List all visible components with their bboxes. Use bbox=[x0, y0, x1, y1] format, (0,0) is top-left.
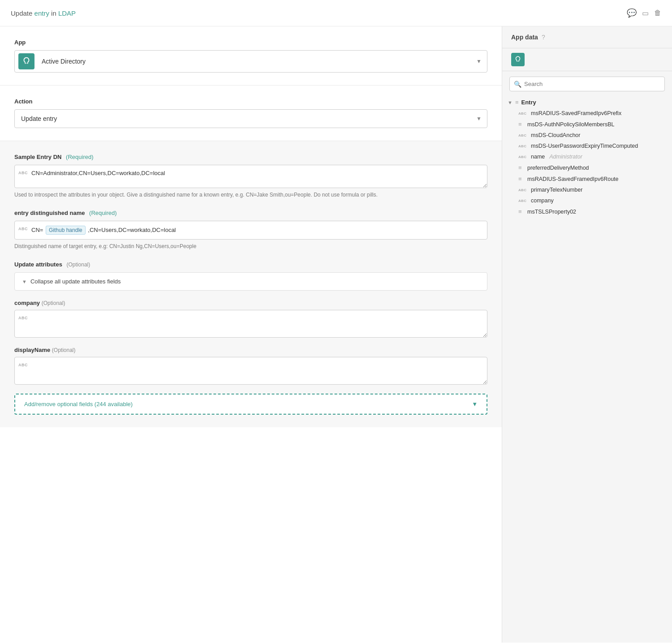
type-badge-lines: ≡ bbox=[518, 121, 525, 128]
main-content: App Active Directory ▼ Action Update ent… bbox=[0, 26, 672, 643]
github-handle-pill[interactable]: Github handle bbox=[46, 226, 86, 235]
item-name: name bbox=[531, 154, 545, 160]
add-fields-chevron: ▼ bbox=[472, 401, 478, 407]
company-field: company (Optional) ABC bbox=[14, 300, 487, 338]
app-select[interactable]: Active Directory bbox=[38, 53, 476, 69]
display-name-input[interactable] bbox=[31, 357, 487, 384]
type-badge: ABC bbox=[518, 133, 528, 137]
sample-entry-dn-input-wrapper: ABC CN=Administrator,CN=Users,DC=workato… bbox=[14, 165, 487, 188]
item-name: primaryTelexNumber bbox=[531, 187, 582, 193]
copy-icon[interactable]: ▭ bbox=[642, 9, 649, 17]
type-badge-lines: ≡ bbox=[518, 208, 525, 215]
app-select-wrapper: Active Directory ▼ bbox=[14, 50, 487, 73]
type-badge: ABC bbox=[518, 199, 528, 203]
entry-dn-value[interactable]: CN= Github handle ,CN=Users,DC=workato,D… bbox=[31, 221, 487, 239]
search-box: 🔍 bbox=[509, 77, 665, 91]
title-prefix: Update bbox=[11, 9, 34, 17]
comment-icon[interactable]: 💬 bbox=[627, 8, 637, 18]
lines-icon-root: ≡ bbox=[515, 99, 519, 106]
data-tree: ▼ ≡ Entry ABC msRADIUS-SavedFramedIpv6Pr… bbox=[502, 97, 672, 223]
type-badge: ABC bbox=[518, 144, 528, 148]
mini-app-icon bbox=[511, 53, 525, 66]
expand-icon[interactable]: ▼ bbox=[508, 100, 513, 105]
abc-badge-display-name: ABC bbox=[15, 358, 31, 372]
search-icon: 🔍 bbox=[514, 81, 521, 88]
item-name: msRADIUS-SavedFramedIpv6Prefix bbox=[531, 110, 621, 116]
entry-tree-root: ▼ ≡ Entry bbox=[508, 97, 667, 108]
item-name: company bbox=[531, 197, 554, 204]
list-item[interactable]: ≡ msTSLSProperty02 bbox=[517, 206, 667, 217]
entry-label: Entry bbox=[521, 99, 536, 106]
add-remove-fields-button[interactable]: Add/remove optional fields (244 availabl… bbox=[14, 394, 487, 415]
sample-entry-dn-hint: Used to introspect the attributes in you… bbox=[14, 191, 487, 199]
tree-children: ABC msRADIUS-SavedFramedIpv6Prefix ≡ msD… bbox=[508, 108, 667, 217]
sample-entry-dn-label: Sample Entry DN (Required) bbox=[14, 154, 487, 160]
sample-entry-dn-input[interactable]: CN=Administrator,CN=Users,DC=workato,DC=… bbox=[31, 165, 487, 188]
company-field-label: company (Optional) bbox=[14, 300, 487, 306]
mini-active-directory-icon bbox=[514, 56, 522, 64]
config-section: Sample Entry DN (Required) ABC CN=Admini… bbox=[0, 141, 502, 427]
info-icon[interactable]: ? bbox=[542, 34, 545, 41]
page-title: Update entry in LDAP bbox=[11, 9, 76, 17]
abc-badge-company: ABC bbox=[15, 311, 31, 325]
delete-icon[interactable]: 🗑 bbox=[654, 9, 661, 17]
company-input[interactable] bbox=[31, 310, 487, 337]
update-attributes-label: Update attributes (Optional) bbox=[14, 261, 487, 268]
list-item[interactable]: ABC msDS-UserPasswordExpiryTimeComputed bbox=[517, 141, 667, 151]
title-ldap[interactable]: LDAP bbox=[58, 9, 76, 17]
left-panel: App Active Directory ▼ Action Update ent… bbox=[0, 26, 502, 643]
list-item[interactable]: ≡ msRADIUS-SavedFramedIpv6Route bbox=[517, 173, 667, 184]
app-section: App Active Directory ▼ bbox=[0, 26, 502, 86]
entry-dn-field: entry distinguished name (Required) ABC … bbox=[14, 210, 487, 250]
entry-dn-input-wrapper: ABC CN= Github handle ,CN=Users,DC=worka… bbox=[14, 221, 487, 240]
type-badge-lines: ≡ bbox=[518, 164, 525, 171]
app-data-icon-row bbox=[502, 48, 672, 71]
type-badge: ABC bbox=[518, 111, 528, 116]
right-panel: App data ? 🔍 ▼ ≡ Entry ABC m bbox=[502, 26, 672, 643]
item-value: Administrator bbox=[549, 154, 582, 160]
item-name: msTSLSProperty02 bbox=[527, 209, 576, 215]
list-item[interactable]: ABC company bbox=[517, 195, 667, 206]
collapse-chevron-icon: ▼ bbox=[22, 279, 27, 284]
list-item[interactable]: ABC msDS-CloudAnchor bbox=[517, 130, 667, 141]
item-name: msDS-CloudAnchor bbox=[531, 132, 580, 138]
app-label: App bbox=[14, 39, 487, 46]
abc-badge-entry-dn: ABC bbox=[15, 222, 31, 236]
list-item[interactable]: ABC msRADIUS-SavedFramedIpv6Prefix bbox=[517, 108, 667, 119]
top-bar-actions: 💬 ▭ 🗑 bbox=[627, 8, 661, 18]
item-name: msDS-AuthNPolicySiloMembersBL bbox=[527, 121, 615, 128]
app-data-header: App data ? bbox=[502, 26, 672, 48]
display-name-field-label: displayName (Optional) bbox=[14, 347, 487, 353]
item-name: msDS-UserPasswordExpiryTimeComputed bbox=[531, 143, 638, 149]
list-item[interactable]: ≡ preferredDeliveryMethod bbox=[517, 162, 667, 173]
action-label: Action bbox=[14, 98, 487, 105]
item-name: msRADIUS-SavedFramedIpv6Route bbox=[527, 176, 619, 182]
sample-entry-dn-field: Sample Entry DN (Required) ABC CN=Admini… bbox=[14, 154, 487, 199]
update-attributes-section: Update attributes (Optional) ▼ Collapse … bbox=[14, 261, 487, 385]
collapse-label: Collapse all update attributes fields bbox=[30, 278, 121, 285]
entry-dn-label: entry distinguished name (Required) bbox=[14, 210, 487, 216]
company-input-wrapper: ABC bbox=[14, 310, 487, 338]
search-input[interactable] bbox=[509, 77, 665, 91]
app-icon bbox=[18, 53, 34, 69]
app-data-title: App data bbox=[511, 34, 538, 41]
item-name: preferredDeliveryMethod bbox=[527, 165, 589, 171]
type-badge: ABC bbox=[518, 188, 528, 192]
collapse-attributes-button[interactable]: ▼ Collapse all update attributes fields bbox=[14, 272, 487, 291]
type-badge: ABC bbox=[518, 155, 528, 159]
list-item[interactable]: ABC name Administrator bbox=[517, 151, 667, 162]
type-badge-lines: ≡ bbox=[518, 176, 525, 182]
top-bar: Update entry in LDAP 💬 ▭ 🗑 bbox=[0, 0, 672, 26]
display-name-input-wrapper: ABC bbox=[14, 357, 487, 385]
abc-badge-sample: ABC bbox=[15, 166, 31, 180]
app-select-chevron: ▼ bbox=[476, 58, 482, 64]
title-entry[interactable]: entry bbox=[34, 9, 49, 17]
display-name-field: displayName (Optional) ABC bbox=[14, 347, 487, 385]
list-item[interactable]: ABC primaryTelexNumber bbox=[517, 184, 667, 195]
title-middle: in bbox=[49, 9, 58, 17]
entry-dn-hint: Distinguished name of target entry, e.g:… bbox=[14, 242, 487, 250]
active-directory-icon bbox=[22, 56, 31, 66]
list-item[interactable]: ≡ msDS-AuthNPolicySiloMembersBL bbox=[517, 119, 667, 130]
add-fields-label: Add/remove optional fields (244 availabl… bbox=[24, 401, 133, 407]
action-select[interactable]: Update entry bbox=[15, 110, 487, 128]
